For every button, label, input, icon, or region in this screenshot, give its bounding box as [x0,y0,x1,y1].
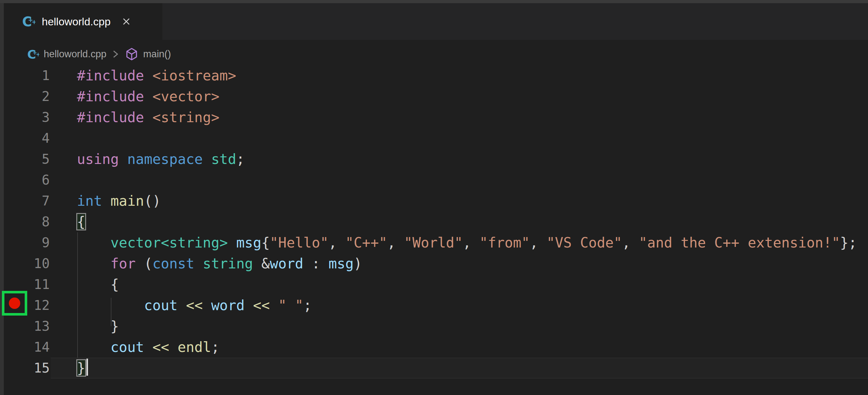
code-line[interactable]: 8{ [4,211,868,232]
code-line[interactable]: 3#include <string> [4,107,868,128]
line-number[interactable]: 7 [4,190,50,211]
code-text: #include <iostream> [50,65,236,86]
close-icon[interactable] [119,14,133,29]
text-cursor [86,359,88,376]
svg-text:+: + [36,51,39,58]
svg-text:+: + [32,19,35,25]
breadcrumb: C + + helloworld.cpp main() [27,44,171,64]
line-number[interactable]: 2 [4,86,50,107]
code-line[interactable]: 4 [4,128,868,149]
code-text: #include <string> [50,107,219,128]
line-number[interactable]: 10 [4,253,50,274]
code-line[interactable]: 13 } [4,316,868,337]
code-text: vector<string> msg{"Hello", "C++", "Worl… [50,232,857,253]
code-text: int main() [50,190,161,211]
code-lines: 1#include <iostream>2#include <vector>3#… [4,65,868,378]
line-number[interactable]: 8 [4,211,50,232]
breadcrumb-item-file[interactable]: C + + helloworld.cpp [27,48,106,60]
code-line[interactable]: 12 cout << word << " "; [4,295,868,316]
code-text: { [50,211,86,232]
tab-label: helloworld.cpp [42,16,111,28]
line-number[interactable]: 15 [4,358,50,378]
line-number[interactable]: 14 [4,337,50,358]
code-line[interactable]: 9 vector<string> msg{"Hello", "C++", "Wo… [4,232,868,253]
activitybar-strip [0,3,4,395]
breakpoint-icon[interactable] [9,298,20,309]
code-line[interactable]: 10 for (const string &word : msg) [4,253,868,274]
code-line[interactable]: 15} [4,358,868,378]
breadcrumb-file-label: helloworld.cpp [44,49,106,60]
code-line[interactable]: 1#include <iostream> [4,65,868,86]
editor-tab-bar: C + + helloworld.cpp [4,3,868,40]
code-text: #include <vector> [50,86,219,107]
titlebar-strip [0,0,868,3]
line-number[interactable]: 13 [4,316,50,337]
code-line[interactable]: 14 cout << endl; [4,337,868,358]
code-text: } [50,358,88,378]
code-text: cout << word << " "; [50,295,312,316]
code-line[interactable]: 5using namespace std; [4,149,868,170]
code-line[interactable]: 11 { [4,274,868,295]
code-text: using namespace std; [50,149,245,170]
line-number[interactable]: 1 [4,65,50,86]
symbol-method-icon [125,47,138,61]
code-line[interactable]: 2#include <vector> [4,86,868,107]
breakpoint-highlight-box[interactable] [2,291,27,315]
chevron-right-icon [112,49,120,60]
code-line[interactable]: 7int main() [4,190,868,211]
cpp-file-icon: C + + [22,15,35,28]
line-number[interactable]: 4 [4,128,50,149]
code-text: { [50,274,119,295]
code-text: for (const string &word : msg) [50,253,362,274]
cpp-file-icon: C + + [27,48,39,60]
code-line[interactable]: 6 [4,170,868,190]
vscode-editor-window: C + + helloworld.cpp C + + [0,0,868,395]
line-number[interactable]: 6 [4,170,50,190]
tab-helloworld-cpp[interactable]: C + + helloworld.cpp [4,3,162,40]
code-text: } [50,316,119,337]
line-number[interactable]: 9 [4,232,50,253]
breadcrumb-symbol-label: main() [143,49,171,60]
breadcrumb-item-symbol[interactable]: main() [125,47,171,61]
code-text: cout << endl; [50,337,219,358]
line-number[interactable]: 3 [4,107,50,128]
line-number[interactable]: 5 [4,149,50,170]
